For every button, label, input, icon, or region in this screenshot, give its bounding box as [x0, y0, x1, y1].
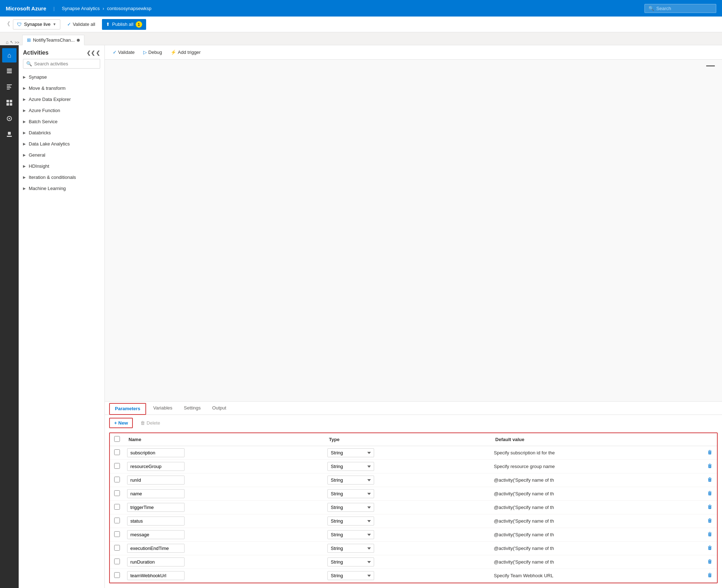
sidebar-item-manage[interactable]	[2, 127, 17, 142]
param-name-input-4[interactable]	[127, 503, 185, 512]
search-input[interactable]	[656, 6, 712, 11]
delete-row-button-3[interactable]	[705, 489, 714, 499]
lightning-icon: ⚡	[171, 50, 176, 55]
tab-settings[interactable]: Settings	[178, 402, 206, 415]
activity-group-general[interactable]: ▶ General	[19, 149, 104, 161]
parameters-table-container: Name Type Default value String	[109, 432, 718, 583]
param-type-select-0[interactable]: String Bool Int Float Array Object Secur…	[327, 448, 374, 457]
debug-button[interactable]: ▷ Debug	[140, 48, 166, 56]
activity-group-azure-function[interactable]: ▶ Azure Function	[19, 105, 104, 116]
minimize-button[interactable]	[706, 65, 715, 66]
activity-group-label: Azure Data Explorer	[29, 97, 71, 102]
activity-search-box[interactable]: 🔍	[23, 59, 100, 69]
param-name-input-3[interactable]	[127, 489, 185, 498]
param-type-select-1[interactable]: String Bool Int Float Array Object Secur…	[327, 462, 374, 471]
delete-label: Delete	[146, 420, 160, 426]
validate-all-button[interactable]: ✓ Validate all	[63, 19, 99, 29]
param-name-input-5[interactable]	[127, 517, 185, 526]
param-name-input-2[interactable]	[127, 476, 185, 485]
collapse-left-icon[interactable]: 《	[4, 20, 10, 28]
delete-row-button-7[interactable]	[705, 543, 714, 553]
row-checkbox-2[interactable]	[114, 477, 120, 482]
search-activities-input[interactable]	[34, 61, 97, 66]
param-name-input-6[interactable]	[127, 530, 185, 539]
delete-row-button-2[interactable]	[705, 475, 714, 485]
tab-variables[interactable]: Variables	[148, 402, 178, 415]
tab-output[interactable]: Output	[206, 402, 232, 415]
expand-panel-icon[interactable]: ❮	[96, 50, 100, 56]
sidebar-item-monitor[interactable]	[2, 111, 17, 126]
activity-group-label: Databricks	[29, 130, 51, 135]
delete-row-button-6[interactable]	[705, 530, 714, 540]
activity-group-label: Iteration & conditionals	[29, 175, 76, 180]
row-checkbox-8[interactable]	[114, 559, 120, 564]
param-name-input-7[interactable]	[127, 544, 185, 553]
param-type-select-3[interactable]: String Bool Int Float Array Object Secur…	[327, 489, 374, 498]
svg-rect-6	[7, 89, 10, 89]
activity-group-data-lake[interactable]: ▶ Data Lake Analytics	[19, 138, 104, 149]
table-row: String Bool Int Float Array Object Secur…	[110, 473, 717, 487]
svg-rect-7	[6, 100, 9, 102]
param-type-select-6[interactable]: String Bool Int Float Array Object Secur…	[327, 530, 374, 539]
table-row: String Bool Int Float Array Object Secur…	[110, 446, 717, 460]
activity-group-move-transform[interactable]: ▶ Move & transform	[19, 83, 104, 94]
param-type-select-7[interactable]: String Bool Int Float Array Object Secur…	[327, 544, 374, 553]
param-default-value-9: Specify Team Webhook URL	[494, 573, 554, 578]
validate-button[interactable]: ✓ Validate	[109, 48, 138, 56]
param-name-input-9[interactable]	[127, 571, 185, 580]
select-all-checkbox[interactable]	[114, 436, 120, 442]
activity-group-machine-learning[interactable]: ▶ Machine Learning	[19, 183, 104, 194]
row-checkbox-5[interactable]	[114, 518, 120, 523]
pipeline-tab[interactable]: ⊞ NotifiyTeamsChan...	[22, 35, 84, 45]
activity-group-azure-data-explorer[interactable]: ▶ Azure Data Explorer	[19, 94, 104, 105]
row-checkbox-7[interactable]	[114, 545, 120, 551]
param-type-select-9[interactable]: String Bool Int Float Array Object Secur…	[327, 571, 374, 580]
param-type-select-8[interactable]: String Bool Int Float Array Object Secur…	[327, 557, 374, 566]
delete-parameter-button[interactable]: 🗑 Delete	[136, 418, 165, 428]
row-checkbox-4[interactable]	[114, 504, 120, 510]
add-trigger-button[interactable]: ⚡ Add trigger	[167, 48, 204, 56]
delete-row-button-8[interactable]	[705, 557, 714, 567]
tab-parameters[interactable]: Parameters	[109, 403, 146, 415]
param-name-input-8[interactable]	[127, 557, 185, 566]
breadcrumb-synapse[interactable]: Synapse Analytics	[62, 6, 100, 11]
expand-icon[interactable]: >>	[15, 40, 19, 45]
delete-row-button-0[interactable]	[705, 448, 714, 458]
param-type-select-5[interactable]: String Bool Int Float Array Object Secur…	[327, 517, 374, 526]
row-checkbox-9[interactable]	[114, 572, 120, 578]
delete-row-button-4[interactable]	[705, 503, 714, 512]
delete-row-button-1[interactable]	[705, 462, 714, 471]
sidebar-item-develop[interactable]	[2, 80, 17, 94]
sidebar-item-integrate[interactable]	[2, 96, 17, 110]
delete-row-button-5[interactable]	[705, 516, 714, 526]
svg-rect-3	[7, 84, 12, 85]
add-trigger-label: Add trigger	[178, 50, 201, 55]
param-type-select-2[interactable]: String Bool Int Float Array Object Secur…	[327, 476, 374, 485]
chevron-right-icon: ▶	[23, 175, 26, 179]
activity-group-synapse[interactable]: ▶ Synapse	[19, 71, 104, 83]
param-name-input-1[interactable]	[127, 462, 185, 471]
activity-group-batch-service[interactable]: ▶ Batch Service	[19, 116, 104, 127]
breadcrumb-workspace[interactable]: contososynapsewksp	[107, 6, 152, 11]
activity-group-hdinsight[interactable]: ▶ HDInsight	[19, 161, 104, 172]
publish-all-button[interactable]: ⬆ Publish all 1	[102, 19, 146, 30]
sidebar-item-home[interactable]: ⌂	[2, 48, 17, 62]
global-search[interactable]: 🔍	[644, 4, 716, 13]
svg-rect-13	[7, 136, 12, 137]
home-tab-icon[interactable]: ⌂	[6, 40, 9, 45]
row-checkbox-0[interactable]	[114, 449, 120, 455]
param-type-select-4[interactable]: String Bool Int Float Array Object Secur…	[327, 503, 374, 512]
synapse-live-dropdown[interactable]: 🛡 Synapse live ▼	[13, 19, 60, 29]
table-row: String Bool Int Float Array Object Secur…	[110, 487, 717, 501]
delete-row-button-9[interactable]	[705, 571, 714, 580]
activity-group-databricks[interactable]: ▶ Databricks	[19, 127, 104, 138]
param-default-value-6: @activity('Specify name of th	[494, 532, 554, 537]
new-parameter-button[interactable]: + New	[109, 418, 133, 428]
param-name-input-0[interactable]	[127, 448, 185, 457]
row-checkbox-6[interactable]	[114, 531, 120, 537]
collapse-all-icon[interactable]: ❮❮	[87, 50, 95, 56]
sidebar-item-data[interactable]	[2, 64, 17, 78]
activity-group-iteration[interactable]: ▶ Iteration & conditionals	[19, 172, 104, 183]
row-checkbox-1[interactable]	[114, 463, 120, 469]
row-checkbox-3[interactable]	[114, 490, 120, 496]
